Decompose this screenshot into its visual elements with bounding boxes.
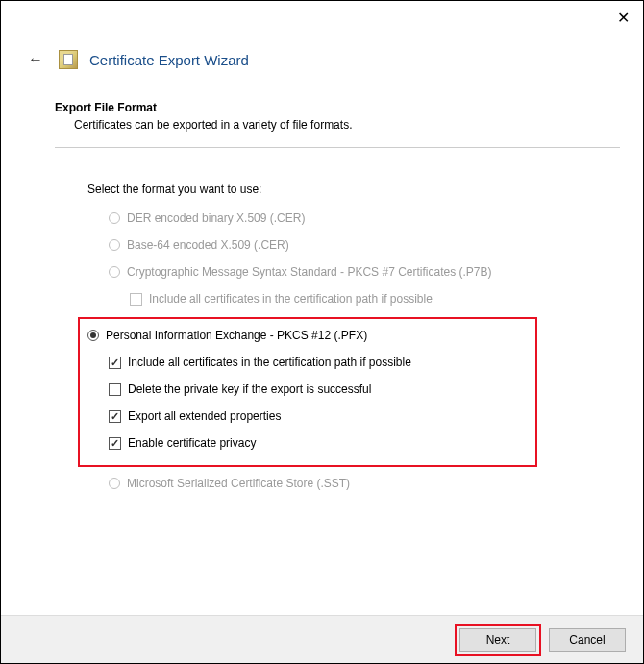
- radio-der: DER encoded binary X.509 (.CER): [109, 211, 620, 225]
- checkbox-icon: [109, 410, 121, 423]
- radio-icon: [109, 266, 120, 278]
- certificate-wizard-icon: [59, 50, 78, 69]
- close-icon[interactable]: ✕: [617, 11, 630, 26]
- radio-label: Microsoft Serialized Certificate Store (…: [127, 477, 350, 490]
- radio-base64: Base-64 encoded X.509 (.CER): [109, 238, 620, 252]
- checkbox-pfx-privacy[interactable]: Enable certificate privacy: [109, 436, 528, 450]
- next-button[interactable]: Next: [459, 628, 536, 652]
- radio-label: Personal Information Exchange - PKCS #12…: [106, 329, 367, 342]
- radio-icon: [87, 330, 99, 341]
- radio-label: Cryptographic Message Syntax Standard - …: [127, 265, 492, 279]
- checkbox-label: Include all certificates in the certific…: [128, 356, 411, 369]
- highlighted-selection: Personal Information Exchange - PKCS #12…: [78, 317, 537, 467]
- radio-icon: [109, 478, 120, 489]
- radio-sst: Microsoft Serialized Certificate Store (…: [109, 477, 620, 490]
- checkbox-icon: [109, 357, 121, 369]
- next-highlight: Next: [455, 624, 541, 656]
- wizard-title: Certificate Export Wizard: [89, 52, 249, 68]
- cancel-button[interactable]: Cancel: [549, 628, 626, 652]
- checkbox-label: Export all extended properties: [128, 409, 281, 423]
- radio-icon: [109, 239, 120, 251]
- radio-pfx[interactable]: Personal Information Exchange - PKCS #12…: [87, 329, 528, 342]
- wizard-header: ← Certificate Export Wizard: [1, 1, 643, 72]
- page-heading-block: Export File Format Certificates can be e…: [1, 72, 643, 148]
- back-arrow-icon[interactable]: ←: [24, 47, 47, 72]
- checkbox-icon: [109, 437, 121, 450]
- checkbox-pfx-delete[interactable]: Delete the private key if the export is …: [109, 382, 528, 396]
- checkbox-pfx-extended[interactable]: Export all extended properties: [109, 409, 528, 423]
- checkbox-pfx-include[interactable]: Include all certificates in the certific…: [109, 356, 528, 369]
- section-description: Certificates can be exported in a variet…: [74, 118, 620, 132]
- format-selection-form: Select the format you want to use: DER e…: [1, 148, 643, 490]
- radio-pkcs7: Cryptographic Message Syntax Standard - …: [109, 265, 620, 279]
- checkbox-label: Delete the private key if the export is …: [128, 382, 371, 396]
- checkbox-label: Include all certificates in the certific…: [149, 292, 433, 306]
- wizard-footer: Next Cancel: [1, 615, 643, 663]
- checkbox-icon: [130, 293, 142, 306]
- form-prompt: Select the format you want to use:: [87, 183, 620, 196]
- checkbox-pkcs7-include: Include all certificates in the certific…: [130, 292, 620, 306]
- radio-icon: [109, 212, 120, 224]
- radio-label: Base-64 encoded X.509 (.CER): [127, 238, 289, 252]
- section-title: Export File Format: [55, 101, 620, 114]
- radio-label: DER encoded binary X.509 (.CER): [127, 211, 305, 225]
- checkbox-label: Enable certificate privacy: [128, 436, 256, 450]
- checkbox-icon: [109, 383, 121, 396]
